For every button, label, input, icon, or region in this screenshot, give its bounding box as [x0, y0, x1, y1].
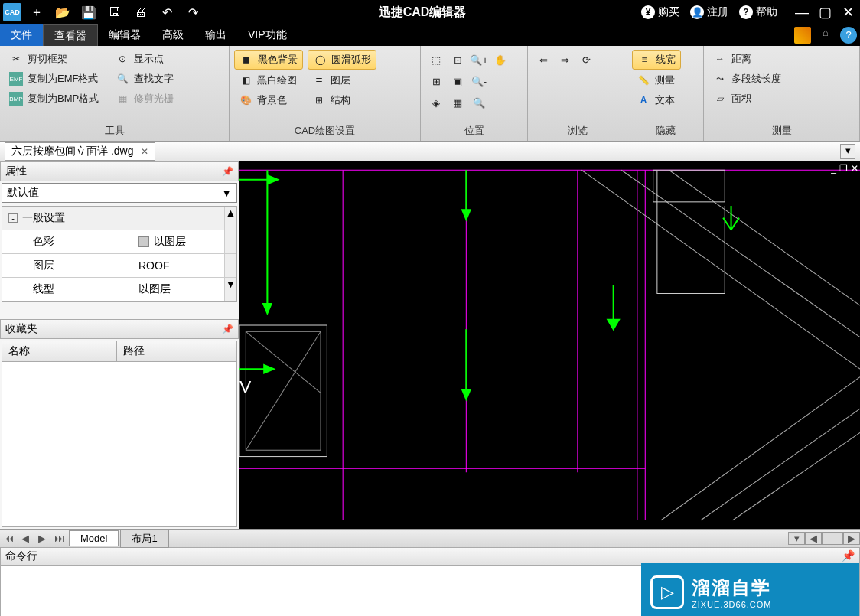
- layout-first-icon[interactable]: ⏮: [0, 533, 17, 544]
- group-measure-label: 测量: [709, 122, 855, 138]
- prop-row-color[interactable]: 色彩 以图层: [2, 230, 236, 254]
- chevron-down-icon: ▼: [221, 187, 232, 199]
- zoom-all-icon[interactable]: ⊞: [426, 71, 446, 91]
- trim-raster-button: ▦修剪光栅: [111, 90, 178, 108]
- distance-button[interactable]: ↔距离: [709, 50, 786, 68]
- undo-icon[interactable]: ↶: [156, 2, 178, 23]
- new-icon[interactable]: ＋: [26, 2, 47, 23]
- theme-icon[interactable]: [794, 27, 811, 44]
- minimize-icon[interactable]: —: [793, 5, 811, 21]
- fav-col-path[interactable]: 路径: [117, 341, 236, 361]
- find-text-button[interactable]: 🔍查找文字: [111, 70, 178, 88]
- copy-bmp-button[interactable]: BMP复制为BMP格式: [5, 90, 103, 108]
- collapse-icon[interactable]: -: [8, 213, 18, 223]
- scroll-up-icon[interactable]: ▲: [224, 207, 236, 230]
- scroll-down-icon[interactable]: ▼: [224, 278, 236, 301]
- open-icon[interactable]: 📂: [52, 2, 73, 23]
- text-toggle-button[interactable]: A文本: [632, 91, 681, 109]
- pos-icon-1[interactable]: ◈: [426, 93, 446, 112]
- prop-row-linetype[interactable]: 线型 以图层 ▼: [2, 278, 236, 301]
- line-width-button[interactable]: ≡线宽: [632, 50, 681, 70]
- prop-row-layer[interactable]: 图层 ROOF: [2, 254, 236, 278]
- pos-icon-2[interactable]: ▦: [448, 93, 467, 112]
- info-icon[interactable]: ?: [840, 27, 857, 44]
- menu-file[interactable]: 文件: [0, 24, 43, 46]
- prop-group-general[interactable]: -一般设置 ▲: [2, 207, 236, 230]
- zoom-real-icon[interactable]: 🔍: [469, 93, 489, 112]
- zoom-out-icon[interactable]: 🔍-: [469, 71, 489, 91]
- svg-line-9: [669, 170, 860, 305]
- menu-advanced[interactable]: 高级: [151, 24, 194, 46]
- layers-button[interactable]: ≣图层: [308, 71, 376, 90]
- bg-color-button[interactable]: 🎨背景色: [234, 91, 303, 109]
- measure-toggle-button[interactable]: 📏测量: [632, 71, 681, 90]
- help-button[interactable]: ?帮助: [739, 5, 777, 19]
- pin-icon[interactable]: 📌: [222, 324, 233, 334]
- hscroll-left-icon[interactable]: ◀: [805, 532, 822, 545]
- black-bg-icon: ◼: [239, 53, 253, 67]
- command-history[interactable]: ▷ 溜溜自学 ZIXUE.3D66.COM: [0, 565, 860, 616]
- svg-line-15: [246, 331, 321, 393]
- text-icon: A: [637, 93, 650, 107]
- properties-header: 属性 📌: [0, 161, 239, 181]
- svg-line-16: [246, 331, 321, 450]
- app-logo: CAD: [3, 3, 21, 21]
- menu-editor[interactable]: 编辑器: [98, 24, 151, 46]
- black-bg-button[interactable]: ◼黑色背景: [234, 50, 303, 70]
- view-min-icon[interactable]: _: [831, 163, 836, 174]
- document-tab[interactable]: 六层按摩包间立面详 .dwg ✕: [5, 142, 155, 161]
- fav-col-name[interactable]: 名称: [2, 341, 117, 361]
- print-icon[interactable]: 🖨: [130, 2, 151, 23]
- view-close-icon[interactable]: ✕: [851, 163, 858, 174]
- zoom-in-icon[interactable]: 🔍+: [469, 50, 489, 70]
- zoom-fit-icon[interactable]: ▣: [448, 71, 467, 91]
- home-icon[interactable]: ⌂: [817, 27, 834, 44]
- redo-icon[interactable]: ↷: [182, 2, 204, 23]
- color-swatch: [138, 236, 149, 247]
- zoom-window-icon[interactable]: ⬚: [426, 50, 446, 70]
- saveas-icon[interactable]: 🖫: [104, 2, 125, 23]
- close-icon[interactable]: ✕: [839, 4, 857, 21]
- menu-viewer[interactable]: 查看器: [43, 24, 98, 46]
- show-point-button[interactable]: ⊙显示点: [111, 50, 178, 68]
- buy-button[interactable]: ¥购买: [641, 5, 679, 19]
- hscroll-right-icon[interactable]: ▶: [843, 532, 860, 545]
- structure-button[interactable]: ⊞结构: [308, 91, 376, 109]
- layout-tab-1[interactable]: 布局1: [120, 530, 168, 548]
- nav-refresh-icon[interactable]: ⟳: [576, 50, 596, 70]
- drawing-canvas[interactable]: _ ❐ ✕: [239, 161, 860, 529]
- layout-tab-model[interactable]: Model: [69, 530, 119, 546]
- favorites-table: 名称 路径: [2, 341, 237, 527]
- bw-draw-button[interactable]: ◧黑白绘图: [234, 71, 303, 90]
- menu-output[interactable]: 输出: [194, 24, 237, 46]
- tab-close-icon[interactable]: ✕: [141, 146, 148, 157]
- layout-last-icon[interactable]: ⏭: [50, 533, 67, 544]
- tab-dropdown-icon[interactable]: ▾: [840, 144, 855, 159]
- svg-marker-29: [608, 320, 619, 329]
- menu-vip[interactable]: VIP功能: [237, 24, 298, 46]
- register-button[interactable]: 👤注册: [690, 5, 728, 19]
- pan-icon[interactable]: ✋: [490, 50, 510, 70]
- color-icon: 🎨: [239, 93, 252, 107]
- layout-tab-bar: ⏮ ◀ ▶ ⏭ Model 布局1 ▾ ◀ ▶: [0, 529, 860, 547]
- group-position-label: 位置: [425, 122, 523, 138]
- hscroll-dropdown-icon[interactable]: ▾: [788, 532, 805, 545]
- zoom-extents-icon[interactable]: ⊡: [448, 50, 467, 70]
- nav-fwd-icon[interactable]: ⇒: [555, 50, 575, 70]
- layout-prev-icon[interactable]: ◀: [17, 533, 34, 544]
- cut-frame-button[interactable]: ✂剪切框架: [5, 50, 103, 68]
- group-hide-label: 隐藏: [632, 122, 699, 138]
- layout-next-icon[interactable]: ▶: [34, 533, 50, 544]
- default-value-dropdown[interactable]: 默认值▼: [2, 183, 237, 203]
- nav-back-icon[interactable]: ⇐: [533, 50, 553, 70]
- view-restore-icon[interactable]: ❐: [839, 163, 848, 174]
- polyline-length-button[interactable]: ⤳多段线长度: [709, 70, 786, 88]
- group-tools-label: 工具: [5, 122, 224, 138]
- maximize-icon[interactable]: ▢: [816, 4, 834, 21]
- pin-icon[interactable]: 📌: [222, 166, 233, 177]
- save-icon[interactable]: 💾: [78, 2, 99, 23]
- copy-emf-button[interactable]: EMF复制为EMF格式: [5, 70, 103, 88]
- area-button[interactable]: ▱面积: [709, 90, 786, 108]
- smooth-arc-button[interactable]: ◯圆滑弧形: [308, 50, 376, 70]
- pin-icon[interactable]: 📌: [842, 549, 855, 563]
